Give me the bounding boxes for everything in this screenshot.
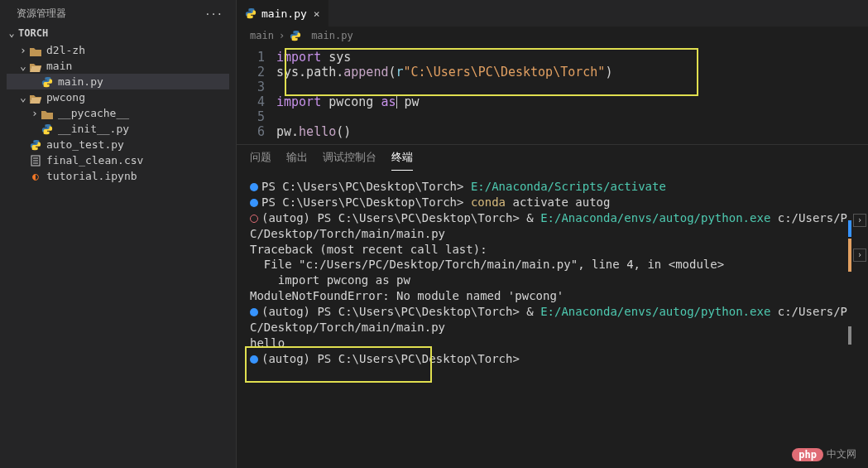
chevron-right-icon: › (30, 107, 40, 119)
tree-folder-pycache[interactable]: ›__pycache__ (7, 105, 229, 121)
folder-icon (30, 44, 41, 56)
tree-label: __pycache__ (58, 107, 129, 119)
code-line: import pwcong as pw (276, 94, 420, 109)
breadcrumb[interactable]: main › main.py (237, 27, 868, 45)
terminal-line: (autog) PS C:\Users\PC\Desktop\Torch> & … (250, 304, 855, 335)
watermark: php 中文网 (792, 447, 856, 461)
file-tree: ›d2l-zh ⌄main main.py ⌄pwcong ›__pycache… (0, 42, 236, 184)
tab-problems[interactable]: 问题 (250, 150, 271, 171)
line-number: 5 (237, 109, 276, 124)
jupyter-icon: ◐ (30, 171, 41, 182)
tree-file-ipynb[interactable]: ◐tutorial.ipynb (7, 168, 229, 184)
tab-debug-console[interactable]: 调试控制台 (323, 150, 376, 171)
tab-bar: main.py × (237, 0, 868, 27)
terminal[interactable]: ›› PS C:\Users\PC\Desktop\Torch> E:/Anac… (237, 171, 868, 468)
scrollbar-marker (848, 326, 851, 345)
breadcrumb-seg: main.py (311, 30, 353, 41)
terminal-side-controls: ›› (853, 214, 866, 262)
explorer-sidebar: 资源管理器 ··· ⌄ TORCH ›d2l-zh ⌄main main.py … (0, 0, 237, 468)
bullet-icon (250, 355, 258, 364)
chevron-down-icon: ⌄ (18, 60, 28, 72)
tree-label: tutorial.ipynb (46, 170, 137, 182)
chevron-down-icon: ⌄ (7, 27, 17, 39)
watermark-badge: php (792, 448, 823, 461)
tab-terminal[interactable]: 终端 (391, 150, 413, 171)
chevron-right-icon: › (18, 44, 28, 56)
explorer-title: 资源管理器 (17, 7, 66, 21)
tree-label: final_clean.csv (46, 154, 143, 166)
tree-folder-d2lzh[interactable]: ›d2l-zh (7, 42, 229, 58)
terminal-line: PS C:\Users\PC\Desktop\Torch> E:/Anacond… (250, 179, 855, 195)
folder-icon (41, 107, 53, 119)
terminal-line: Traceback (most recent call last): (250, 242, 855, 258)
breadcrumb-seg: main (250, 30, 274, 41)
tree-label: pwcong (46, 91, 85, 104)
python-icon (30, 139, 41, 151)
tree-folder-pwcong[interactable]: ⌄pwcong (7, 89, 229, 105)
tab-mainpy[interactable]: main.py × (237, 0, 329, 27)
file-icon (30, 155, 41, 166)
terminal-line: import pwcong as pw (250, 273, 855, 288)
bullet-error-icon (250, 215, 258, 223)
tree-label: main (46, 60, 72, 72)
line-number: 4 (237, 94, 276, 109)
tab-label: main.py (261, 7, 307, 20)
line-number: 6 (237, 124, 276, 139)
python-icon (245, 7, 257, 19)
tree-file-initpy[interactable]: __init__.py (7, 121, 229, 137)
line-number: 2 (237, 65, 276, 80)
python-icon (290, 30, 301, 41)
terminal-line: hello (250, 335, 855, 351)
project-root-label: TORCH (18, 27, 48, 39)
python-icon (41, 76, 53, 88)
line-number: 3 (237, 80, 276, 94)
code-line: pw.hello() (276, 124, 351, 139)
tree-file-csv[interactable]: final_clean.csv (7, 152, 229, 168)
tree-label: __init__.py (58, 123, 129, 135)
terminal-action-icon[interactable]: › (853, 248, 866, 262)
bullet-icon (250, 199, 258, 207)
folder-open-icon (30, 60, 41, 72)
terminal-line: PS C:\Users\PC\Desktop\Torch> conda acti… (250, 195, 855, 210)
tree-file-mainpy[interactable]: main.py (7, 74, 229, 89)
folder-open-icon (30, 91, 41, 104)
project-root[interactable]: ⌄ TORCH (0, 24, 236, 42)
tree-label: d2l-zh (46, 44, 85, 56)
editor-area: main.py × main › main.py 1import sys 2sy… (237, 0, 868, 468)
line-number: 1 (237, 50, 276, 65)
tree-file-autotest[interactable]: auto_test.py (7, 137, 229, 152)
tree-label: main.py (58, 75, 103, 88)
tree-label: auto_test.py (46, 138, 124, 151)
terminal-line: File "c:/Users/PC/Desktop/Torch/main/mai… (250, 257, 855, 273)
python-icon (41, 123, 53, 135)
bullet-icon (250, 183, 258, 191)
chevron-down-icon: ⌄ (18, 91, 28, 104)
terminal-line: (autog) PS C:\Users\PC\Desktop\Torch> & … (250, 210, 855, 242)
chevron-right-icon: › (279, 30, 285, 41)
code-line: sys.path.append(r"C:\Users\PC\Desktop\To… (276, 65, 612, 80)
terminal-line: ModuleNotFoundError: No module named 'pw… (250, 288, 855, 304)
code-line: import sys (276, 50, 351, 65)
code-editor[interactable]: 1import sys 2sys.path.append(r"C:\Users\… (237, 45, 868, 144)
scrollbar-marker (848, 239, 851, 272)
scrollbar-marker (848, 220, 851, 237)
tree-folder-main[interactable]: ⌄main (7, 58, 229, 74)
terminal-action-icon[interactable]: › (853, 214, 866, 227)
bullet-icon (250, 308, 258, 316)
explorer-more-icon[interactable]: ··· (204, 8, 223, 20)
panel-tabs: 问题 输出 调试控制台 终端 (237, 144, 868, 171)
terminal-line: (autog) PS C:\Users\PC\Desktop\Torch> (250, 351, 855, 367)
watermark-text: 中文网 (827, 447, 856, 461)
tab-output[interactable]: 输出 (286, 150, 308, 171)
close-icon[interactable]: × (314, 7, 320, 20)
